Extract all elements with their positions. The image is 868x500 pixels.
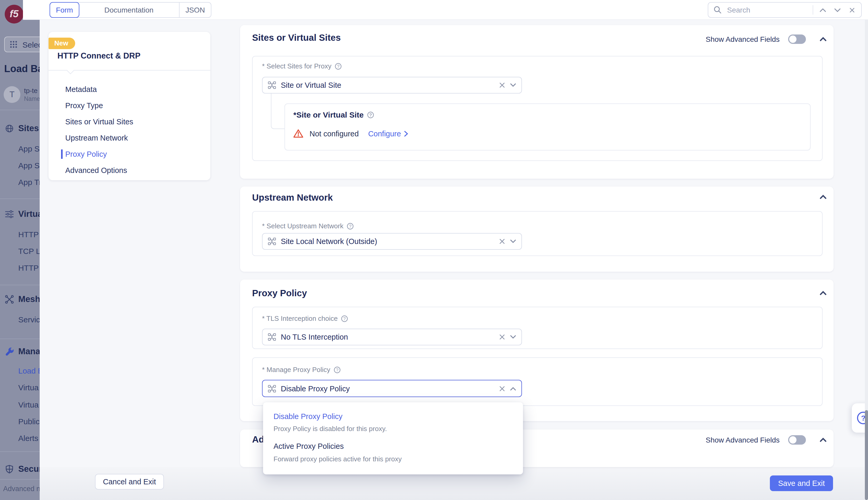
active-step-indicator	[61, 149, 63, 159]
help-icon[interactable]: ?	[333, 366, 341, 373]
divider	[0, 479, 40, 480]
sidebar-group-manage[interactable]: Mana	[18, 346, 40, 356]
select-sites-for-proxy[interactable]: Site or Virtual Site	[262, 77, 522, 93]
tenant-name: tp-te	[24, 87, 38, 94]
chevron-up-icon[interactable]	[510, 386, 516, 390]
sidebar-item[interactable]: HTTP	[18, 263, 39, 272]
dropdown-option-active[interactable]: Active Proxy Policies	[273, 442, 344, 450]
step-proxy-policy[interactable]: Proxy Policy	[65, 149, 107, 159]
step-proxy-type[interactable]: Proxy Type	[65, 101, 103, 110]
clear-icon[interactable]	[499, 238, 505, 245]
toggle-knob	[789, 436, 797, 444]
divider	[0, 110, 40, 110]
tab-form[interactable]: Form	[50, 3, 79, 17]
tab-documentation[interactable]: Documentation	[79, 3, 179, 17]
sidebar-item[interactable]: Virtua	[18, 400, 39, 409]
select-upstream-network[interactable]: Site Local Network (Outside)	[262, 233, 522, 250]
dropdown-option-disable[interactable]: Disable Proxy Policy	[273, 412, 342, 421]
svg-text:?: ?	[369, 112, 372, 117]
clear-icon[interactable]	[499, 334, 505, 340]
view-tabs: Form Documentation JSON	[50, 2, 211, 18]
select-sites-label: * Select Sites for Proxy ?	[262, 62, 342, 70]
mesh-icon	[268, 384, 276, 393]
sidebar-item[interactable]: App Si	[18, 144, 40, 153]
tab-form-label: Form	[56, 6, 73, 14]
mesh-icon	[5, 295, 14, 304]
warning-icon	[293, 129, 303, 138]
collapse-section-icon[interactable]	[820, 194, 827, 200]
divider	[0, 198, 40, 199]
sidebar-item[interactable]: Servic	[18, 315, 40, 324]
tls-choice-label: * TLS Interception choice ?	[262, 315, 348, 322]
toggle-knob	[789, 35, 797, 43]
step-upstream[interactable]: Upstream Network	[65, 133, 128, 143]
sidebar-group-sites[interactable]: Sites	[18, 123, 39, 133]
scrollbar-thumb[interactable]	[865, 410, 868, 500]
help-icon[interactable]: ?	[335, 62, 342, 70]
select-tls-value: No TLS Interception	[281, 333, 494, 341]
workspace-select-button[interactable]: Select	[4, 36, 40, 52]
chevron-down-icon[interactable]	[510, 335, 516, 339]
section-proxy-policy-title: Proxy Policy	[252, 288, 307, 299]
collapse-section-icon[interactable]	[820, 36, 827, 42]
select-tls-interception[interactable]: No TLS Interception	[262, 329, 522, 345]
sidebar-item[interactable]: Virtua	[18, 383, 39, 392]
clear-icon[interactable]	[499, 82, 505, 88]
show-advanced-toggle[interactable]	[788, 34, 806, 44]
help-icon[interactable]: ?	[341, 315, 348, 322]
step-metadata[interactable]: Metadata	[65, 84, 97, 94]
svg-text:?: ?	[343, 316, 345, 321]
mesh-icon	[268, 81, 276, 89]
svg-text:?: ?	[349, 224, 351, 229]
configure-link-text: Configure	[368, 129, 401, 138]
clear-icon[interactable]	[499, 385, 505, 391]
sidebar-item[interactable]: HTTP	[18, 230, 39, 239]
chevron-down-icon[interactable]	[510, 83, 516, 87]
section-sites-title: Sites or Virtual Sites	[252, 32, 341, 43]
collapse-section-icon[interactable]	[820, 291, 827, 296]
app-sidebar-dimmed: f5 Select Load Ba T tp-te Name Sites App…	[0, 0, 40, 500]
configure-link[interactable]: Configure	[368, 129, 408, 138]
help-icon[interactable]: ?	[347, 222, 354, 230]
sidebar-group-mesh[interactable]: Mesh	[18, 294, 40, 304]
save-and-exit-button[interactable]: Save and Exit	[770, 475, 833, 491]
sidebar-item[interactable]: Public	[18, 417, 40, 426]
sidebar-group-security[interactable]: Secur	[18, 464, 40, 474]
manage-proxy-label-text: * Manage Proxy Policy	[262, 366, 330, 374]
select-sites-value: Site or Virtual Site	[281, 81, 494, 89]
search-box	[708, 2, 862, 18]
collapse-section-icon[interactable]	[820, 437, 827, 443]
f5-logo-icon: f5	[5, 5, 23, 23]
search-prev-button[interactable]	[817, 5, 828, 15]
step-advanced[interactable]: Advanced Options	[65, 166, 127, 175]
show-advanced-toggle[interactable]	[788, 435, 806, 445]
chevron-down-icon[interactable]	[510, 239, 516, 243]
chevron-right-icon	[404, 130, 408, 137]
select-upstream-value: Site Local Network (Outside)	[281, 237, 494, 246]
tab-json[interactable]: JSON	[179, 3, 211, 17]
search-close-button[interactable]	[847, 5, 857, 15]
dropdown-option-disable-desc: Proxy Policy is disabled for this proxy.	[273, 425, 387, 433]
select-sites-label-text: * Select Sites for Proxy	[262, 62, 331, 70]
new-badge: New	[48, 38, 75, 49]
shield-icon	[5, 465, 14, 474]
sidebar-item[interactable]: Alerts	[18, 434, 38, 443]
sidebar-group-virtual[interactable]: Virtua	[18, 209, 40, 219]
not-configured-status: Not configured	[309, 129, 359, 138]
tenant-avatar: T	[4, 86, 20, 103]
app-screen: f5 Select Load Ba T tp-te Name Sites App…	[0, 0, 868, 500]
mesh-icon	[268, 333, 276, 341]
step-sites[interactable]: Sites or Virtual Sites	[65, 117, 133, 126]
sidebar-item[interactable]: App Tr	[18, 178, 40, 186]
select-manage-proxy-value: Disable Proxy Policy	[281, 384, 494, 393]
sidebar-item[interactable]: TCP L	[18, 247, 40, 255]
sidebar-item[interactable]: App Si	[18, 161, 40, 170]
sliders-icon	[5, 209, 14, 219]
select-manage-proxy-policy[interactable]: Disable Proxy Policy	[262, 380, 522, 397]
search-input[interactable]	[726, 5, 809, 15]
cancel-and-exit-button[interactable]: Cancel and Exit	[95, 474, 164, 490]
help-icon[interactable]: ?	[367, 111, 374, 118]
search-next-button[interactable]	[832, 5, 842, 15]
sidebar-item-active[interactable]: Load B	[18, 366, 40, 375]
sidebar-heading: Load Ba	[4, 63, 40, 75]
